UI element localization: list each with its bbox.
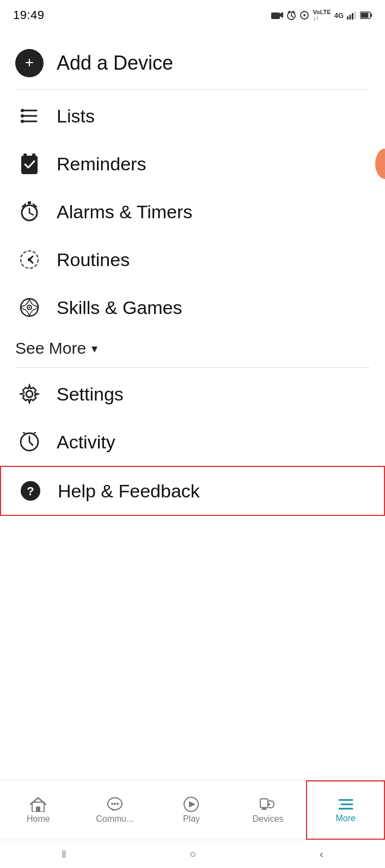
devices-nav-icon: [259, 797, 277, 812]
svg-point-21: [21, 120, 24, 123]
notification-bubble: [375, 149, 385, 179]
svg-point-19: [21, 109, 24, 112]
status-bar: 19:49 VoLTE↓↑ 4G: [0, 0, 385, 28]
svg-point-44: [117, 803, 119, 805]
help-icon: ?: [16, 477, 45, 505]
add-device-button[interactable]: + Add a Device: [0, 39, 385, 87]
home-nav-label: Home: [27, 814, 50, 824]
svg-point-32: [28, 258, 31, 261]
divider-top: [15, 89, 370, 90]
settings-icon: [15, 380, 44, 408]
skills-icon: [15, 293, 44, 322]
status-icons: VoLTE↓↑ 4G: [271, 9, 372, 21]
reminders-label: Reminders: [57, 153, 146, 175]
skills-label: Skills & Games: [57, 297, 182, 318]
see-more-button[interactable]: See More ▾: [0, 331, 385, 365]
alarms-label: Alarms & Timers: [57, 201, 192, 223]
svg-point-43: [114, 803, 116, 805]
menu-item-routines[interactable]: Routines: [0, 236, 385, 284]
devices-nav-label: Devices: [253, 814, 284, 824]
camera-icon: [271, 11, 283, 20]
menu-item-skills[interactable]: Skills & Games: [0, 284, 385, 331]
lists-label: Lists: [57, 106, 95, 127]
activity-label: Activity: [57, 432, 115, 453]
play-nav-label: Play: [183, 814, 200, 824]
svg-line-27: [29, 213, 33, 215]
divider-bottom: [15, 367, 370, 368]
recent-apps-button[interactable]: ⦀: [62, 848, 66, 860]
svg-line-4: [291, 16, 293, 17]
svg-rect-11: [352, 13, 353, 20]
menu-item-reminders[interactable]: Reminders: [0, 140, 385, 188]
nav-devices[interactable]: Devices: [230, 780, 307, 840]
add-device-icon: +: [15, 49, 44, 77]
svg-rect-30: [28, 201, 31, 204]
routines-icon: [15, 245, 44, 274]
alarms-icon: [15, 198, 44, 226]
see-more-label: See More: [15, 339, 86, 358]
svg-text:?: ?: [27, 484, 34, 498]
signal-icon: [347, 11, 357, 20]
lists-icon: [15, 102, 44, 130]
svg-rect-47: [260, 799, 268, 808]
chevron-down-icon: ▾: [91, 342, 97, 356]
status-time: 19:49: [13, 8, 45, 22]
communicate-nav-label: Commu...: [96, 814, 133, 824]
svg-rect-40: [36, 807, 40, 812]
menu-item-settings[interactable]: Settings: [0, 370, 385, 418]
nav-communicate[interactable]: Commu...: [77, 780, 154, 840]
nav-home[interactable]: Home: [0, 780, 77, 840]
svg-rect-15: [371, 14, 372, 17]
menu-item-activity[interactable]: Activity: [0, 418, 385, 466]
back-button[interactable]: ‹: [320, 848, 323, 860]
svg-rect-14: [361, 13, 369, 18]
svg-rect-23: [23, 153, 27, 158]
more-nav-icon: [337, 797, 355, 811]
svg-point-35: [26, 391, 33, 397]
alarm-icon: [286, 10, 296, 20]
play-nav-icon: [183, 797, 199, 812]
menu-item-lists[interactable]: Lists: [0, 92, 385, 140]
help-label: Help & Feedback: [58, 481, 200, 502]
nav-play[interactable]: Play: [153, 780, 230, 840]
communicate-nav-icon: [107, 797, 123, 812]
4g-indicator: 4G: [334, 11, 344, 20]
svg-point-50: [268, 803, 270, 805]
bottom-nav: Home Commu... Play Devices: [0, 780, 385, 840]
activity-icon: [15, 428, 44, 456]
wifi-ring-icon: [300, 10, 309, 20]
svg-rect-0: [271, 13, 280, 19]
battery-icon: [360, 11, 372, 19]
svg-rect-24: [32, 153, 35, 158]
svg-marker-46: [189, 801, 195, 808]
main-content: + Add a Device Lists: [0, 28, 385, 780]
svg-marker-1: [280, 12, 283, 18]
svg-point-34: [29, 307, 30, 309]
svg-rect-10: [350, 15, 351, 20]
menu-item-alarms[interactable]: Alarms & Timers: [0, 188, 385, 236]
svg-rect-22: [21, 156, 38, 174]
nav-more[interactable]: More: [306, 780, 385, 840]
svg-rect-9: [347, 16, 349, 20]
home-nav-icon: [30, 797, 46, 812]
reminders-icon: [15, 150, 44, 178]
svg-point-8: [303, 14, 305, 16]
routines-label: Routines: [57, 249, 130, 270]
svg-rect-12: [355, 11, 356, 20]
svg-point-20: [21, 114, 24, 118]
system-nav-bar: ⦀ ○ ‹: [0, 840, 385, 868]
settings-label: Settings: [57, 384, 124, 405]
menu-item-help[interactable]: ? Help & Feedback: [0, 466, 385, 516]
svg-point-42: [111, 803, 113, 805]
home-button[interactable]: ○: [190, 848, 196, 860]
volte-indicator: VoLTE↓↑: [313, 9, 331, 21]
more-nav-label: More: [335, 814, 355, 823]
add-device-label: Add a Device: [57, 52, 173, 75]
